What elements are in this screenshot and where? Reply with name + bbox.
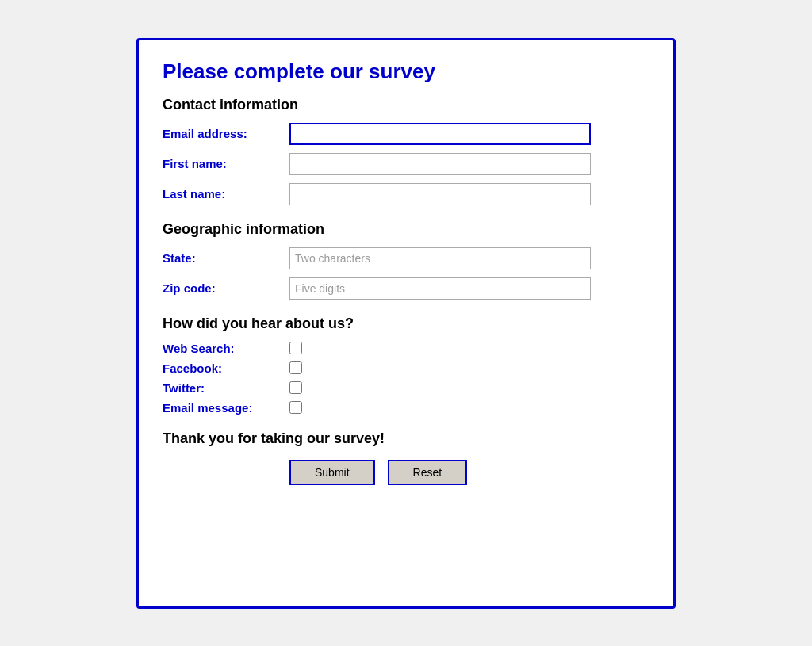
zip-row: Zip code:	[163, 277, 649, 300]
reset-button[interactable]: Reset	[388, 460, 468, 485]
zip-input[interactable]	[289, 277, 591, 300]
first-name-input[interactable]	[289, 153, 591, 175]
first-name-row: First name:	[163, 153, 649, 175]
geographic-section: Geographic information State: Zip code:	[163, 221, 649, 300]
twitter-checkbox[interactable]	[289, 381, 302, 394]
submit-button[interactable]: Submit	[289, 460, 375, 485]
hear-about-section: How did you hear about us? Web Search: F…	[163, 315, 649, 415]
last-name-label: Last name:	[163, 187, 289, 201]
facebook-label: Facebook:	[163, 361, 289, 375]
facebook-row: Facebook:	[163, 361, 649, 375]
contact-section: Contact information Email address: First…	[163, 97, 649, 205]
last-name-row: Last name:	[163, 183, 649, 205]
button-row: Submit Reset	[163, 460, 649, 485]
email-input[interactable]	[289, 123, 591, 145]
web-search-label: Web Search:	[163, 342, 289, 355]
web-search-row: Web Search:	[163, 342, 649, 355]
email-message-label: Email message:	[163, 401, 289, 415]
zip-label: Zip code:	[163, 281, 289, 295]
twitter-row: Twitter:	[163, 381, 649, 395]
email-row: Email address:	[163, 123, 649, 145]
thank-you-text: Thank you for taking our survey!	[163, 430, 649, 447]
survey-container: Please complete our survey Contact infor…	[136, 38, 676, 609]
email-message-checkbox[interactable]	[289, 401, 302, 414]
last-name-input[interactable]	[289, 183, 591, 205]
state-row: State:	[163, 247, 649, 269]
first-name-label: First name:	[163, 157, 289, 170]
state-input[interactable]	[289, 247, 591, 269]
survey-title: Please complete our survey	[163, 59, 649, 84]
email-message-row: Email message:	[163, 401, 649, 415]
facebook-checkbox[interactable]	[289, 361, 302, 374]
geographic-heading: Geographic information	[163, 221, 649, 238]
state-label: State:	[163, 251, 289, 265]
contact-heading: Contact information	[163, 97, 649, 113]
web-search-checkbox[interactable]	[289, 342, 302, 354]
email-label: Email address:	[163, 127, 289, 140]
twitter-label: Twitter:	[163, 381, 289, 395]
hear-about-heading: How did you hear about us?	[163, 315, 649, 332]
